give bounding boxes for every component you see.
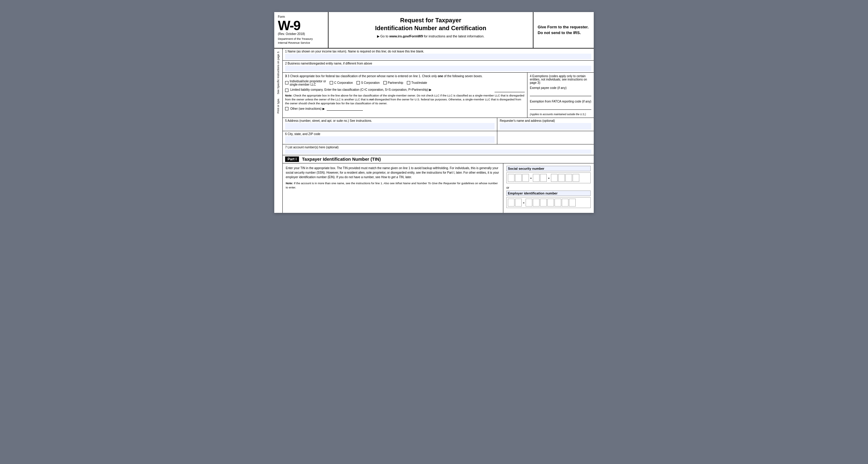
ssn-cell-6[interactable] (551, 174, 558, 182)
form-header: Form W-9 (Rev. October 2018) Department … (274, 12, 594, 49)
ein-cell-3[interactable] (526, 199, 532, 207)
requester-section: Requester's name and address (optional) (497, 118, 594, 131)
llc-row: Limited liability company. Enter the tax… (285, 88, 525, 92)
form-body: Print or type. See Specific Instructions… (274, 49, 594, 213)
header-right: Give Form to the requester. Do not send … (533, 12, 594, 48)
field1-label: 1 Name (as shown on your income tax retu… (285, 50, 591, 53)
ssn-cell-2[interactable] (515, 174, 522, 182)
checkboxes-row: Individual/sole proprietor orsingle-memb… (285, 80, 525, 86)
exemptions-title: 4 Exemptions (codes apply only to certai… (530, 74, 591, 85)
part1-body: Enter your TIN in the appropriate box. T… (283, 163, 503, 213)
sidebar: Print or type. See Specific Instructions… (274, 49, 283, 213)
ein-group2 (526, 199, 576, 207)
ein-group1 (508, 199, 522, 207)
exemptions-panel: 4 Exemptions (codes apply only to certai… (527, 73, 594, 118)
note-text: Note: Check the appropriate box in the l… (285, 93, 525, 105)
checkbox-trust[interactable]: Trust/estate (407, 81, 427, 85)
ein-cell-5[interactable] (540, 199, 547, 207)
ein-cell-7[interactable] (555, 199, 561, 207)
field7-label: 7 List account number(s) here (optional) (285, 146, 591, 149)
checkbox-partnership[interactable]: Partnership (383, 81, 403, 85)
ssn-cell-1[interactable] (508, 174, 515, 182)
checkbox-scorp[interactable]: S Corporation (356, 81, 380, 85)
sidebar-text: Print or type. See Specific Instructions… (276, 49, 281, 116)
field5-label: 5 Address (number, street, and apt. or s… (285, 119, 495, 122)
part1-note: Note: If the account is in more than one… (286, 181, 500, 190)
ssn-group3 (551, 174, 579, 182)
field2-row: 2 Business name/disregarded entity name,… (283, 61, 594, 73)
checkbox-individual[interactable]: Individual/sole proprietor orsingle-memb… (285, 80, 326, 86)
ein-label: Employer identification number (506, 190, 591, 196)
form-fields: 1 Name (as shown on your income tax retu… (283, 49, 594, 213)
form-rev: (Rev. October 2018) (278, 32, 324, 36)
part1-header: Part I Taxpayer Identification Number (T… (283, 155, 594, 163)
checkbox-trust-label: Trust/estate (411, 81, 427, 85)
field1-row: 1 Name (as shown on your income tax retu… (283, 49, 594, 61)
field6-container: 6 City, state, and ZIP code (283, 131, 594, 145)
ein-boxes[interactable]: - (506, 197, 591, 208)
ssn-label: Social security number (506, 166, 591, 171)
ein-cell-1[interactable] (508, 199, 515, 207)
requester-input[interactable] (500, 123, 591, 130)
checkbox-llc-box[interactable] (285, 89, 288, 92)
field6-label: 6 City, state, and ZIP code (285, 132, 495, 136)
ein-cell-2[interactable] (515, 199, 522, 207)
ein-dash1: - (523, 200, 524, 205)
header-left: Form W-9 (Rev. October 2018) Department … (274, 12, 329, 48)
ein-section: Employer identification number - (506, 190, 591, 208)
checkbox-individual-box[interactable] (285, 81, 288, 85)
ssn-cell-9[interactable] (572, 174, 579, 182)
ein-cell-9[interactable] (569, 199, 576, 207)
fatca-input[interactable] (530, 104, 591, 110)
field1-input[interactable] (285, 54, 591, 59)
ein-cell-4[interactable] (533, 199, 539, 207)
exempt-payee-label: Exempt payee code (if any) (530, 86, 591, 90)
field6-input[interactable] (285, 136, 495, 143)
field3-title: 3 3 Check appropriate box for federal ta… (285, 74, 525, 78)
llc-label: Limited liability company. Enter the tax… (290, 88, 493, 91)
ssn-dash1: - (530, 175, 532, 181)
other-input[interactable] (327, 106, 363, 111)
field7-input[interactable] (285, 150, 591, 154)
ein-cell-6[interactable] (547, 199, 554, 207)
ein-cell-8[interactable] (562, 199, 568, 207)
requester-label: Requester's name and address (optional) (500, 119, 591, 122)
field2-label: 2 Business name/disregarded entity name,… (285, 62, 591, 65)
field5-left: 5 Address (number, street, and apt. or s… (283, 118, 497, 131)
field5-input[interactable] (285, 123, 495, 130)
w9-form: Form W-9 (Rev. October 2018) Department … (274, 12, 594, 213)
ssn-cell-8[interactable] (565, 174, 572, 182)
field7-row: 7 List account number(s) here (optional) (283, 145, 594, 155)
checkbox-other-box[interactable] (285, 107, 288, 110)
fatca-label: Exemption from FATCA reporting code (if … (530, 100, 591, 103)
checkbox-ccorp[interactable]: C Corporation (330, 81, 353, 85)
ssn-cell-3[interactable] (522, 174, 529, 182)
ssn-cell-7[interactable] (558, 174, 565, 182)
applies-note: (Applies to accounts maintained outside … (530, 113, 591, 116)
field3-left: 3 3 Check appropriate box for federal ta… (283, 73, 527, 118)
part1-para1: Enter your TIN in the appropriate box. T… (286, 166, 500, 179)
ssn-dash2: - (548, 175, 550, 181)
field2-input[interactable] (285, 66, 591, 71)
part1-title: Taxpayer Identification Number (TIN) (302, 156, 381, 162)
dept-line1: Department of the Treasury (278, 37, 313, 40)
field5-container: 5 Address (number, street, and apt. or s… (283, 118, 594, 131)
ssn-cell-4[interactable] (533, 174, 539, 182)
other-label: Other (see instructions) ▶ (290, 107, 325, 110)
llc-input[interactable] (495, 88, 525, 92)
checkbox-scorp-box[interactable] (356, 81, 360, 85)
exempt-payee-input[interactable] (530, 91, 591, 96)
checkbox-individual-label: Individual/sole proprietor orsingle-memb… (290, 80, 326, 86)
checkbox-ccorp-box[interactable] (330, 81, 333, 85)
field6-right-spacer (497, 131, 594, 144)
ssn-cell-5[interactable] (540, 174, 547, 182)
header-center: Request for Taxpayer Identification Numb… (329, 12, 533, 48)
ssn-boxes[interactable]: - - (506, 173, 591, 183)
checkbox-partnership-box[interactable] (383, 81, 387, 85)
form-dept: Department of the Treasury Internal Reve… (278, 37, 324, 45)
header-go: ▶ Go to www.irs.gov/FormW9 for instructi… (335, 34, 527, 38)
checkbox-trust-box[interactable] (407, 81, 410, 85)
part1-tin-section: Social security number - (503, 163, 594, 213)
field6-left: 6 City, state, and ZIP code (283, 131, 497, 144)
field3-container: 3 3 Check appropriate box for federal ta… (283, 73, 594, 118)
